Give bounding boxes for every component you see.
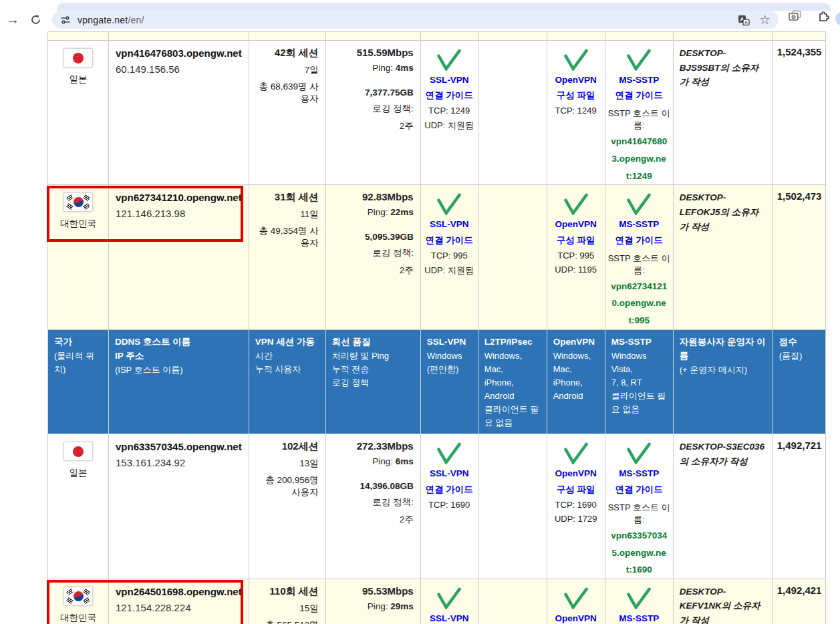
translate-glyph: A bbox=[738, 14, 750, 26]
logging-policy-value: 2주 bbox=[333, 120, 414, 132]
ms-sstp-link[interactable]: MS-SSTP bbox=[605, 613, 673, 624]
l2tp-ipsec-cell bbox=[478, 434, 547, 579]
operator-message: DESKTOP-BJS9SBT의 소유자가 작성 bbox=[680, 46, 766, 90]
ssl-vpn-tcp-port: TCP: 1249 bbox=[421, 106, 478, 116]
openvpn-link[interactable]: OpenVPN bbox=[547, 613, 605, 624]
header-subtitle: (+ 운영자 메시지) bbox=[680, 363, 766, 377]
score-value: 1,502,473 bbox=[777, 190, 822, 202]
profile-avatar-edge[interactable] bbox=[835, 12, 840, 25]
ssl-vpn-guide-link[interactable]: 연결 가이드 bbox=[421, 90, 478, 102]
header-subtitle: 누적 사용자 bbox=[255, 363, 319, 376]
sliver-cell bbox=[478, 32, 547, 41]
ssl-vpn-udp-port: UDP: 지원됨 bbox=[421, 120, 478, 132]
ssl-vpn-link[interactable]: SSL-VPN bbox=[421, 74, 478, 86]
sstp-hostname: vpn633570345.opengw.net:1690 bbox=[605, 526, 673, 579]
header-cell-3: 회선 품질처리량 및 Ping누적 전송로깅 정책 bbox=[325, 329, 420, 434]
score-cell: 1,502,473 bbox=[773, 185, 826, 329]
openvpn-guide-link[interactable]: 구성 파일 bbox=[547, 235, 605, 247]
header-subtitle: (물리적 위치) bbox=[54, 349, 102, 376]
ms-sstp-cell: MS-SSTP연결 가이드SSTP 호스트 이름:vpn633570345.op… bbox=[605, 434, 673, 579]
openvpn-guide-link[interactable]: 구성 파일 bbox=[547, 90, 605, 102]
forward-icon[interactable]: → bbox=[3, 9, 23, 29]
ms-sstp-cell: MS-SSTP연결 가이드SSTP 호스트 이름:vpn627341210.op… bbox=[605, 185, 673, 329]
quality-cell: 92.83MbpsPing: 22ms5,095.39GB로깅 정책:2주 bbox=[325, 185, 420, 329]
check-icon bbox=[624, 442, 654, 464]
header-cell-5: L2TP/IPsecWindows, Mac,iPhone, Android클라… bbox=[478, 329, 547, 434]
address-bar[interactable]: vpngate.net/en/ A ☆ bbox=[52, 11, 779, 29]
check-icon bbox=[434, 193, 464, 215]
l2tp-ipsec-cell bbox=[478, 579, 547, 624]
quality-cell: 272.33MbpsPing: 6ms14,396.08GB로깅 정책:2주 bbox=[325, 434, 420, 579]
trigram bbox=[66, 597, 74, 604]
session-count: 42회 세션 bbox=[256, 47, 319, 59]
session-cell: 110회 세션15일총 565,513명 사용자 bbox=[249, 579, 325, 624]
ddns-hostname: vpn633570345.opengw.net bbox=[116, 441, 242, 452]
trigram bbox=[83, 194, 90, 201]
extensions-icon[interactable] bbox=[817, 9, 830, 23]
server-row: 일본vpn416476803.opengw.net60.149.156.5642… bbox=[48, 41, 826, 185]
ms-sstp-link[interactable]: MS-SSTP bbox=[605, 468, 673, 480]
header-title: MS-SSTP bbox=[611, 335, 667, 349]
browser-tab[interactable] bbox=[57, 3, 831, 11]
trigram bbox=[66, 203, 74, 210]
ssl-vpn-link[interactable]: SSL-VPN bbox=[421, 613, 478, 624]
quality-cell: 95.53MbpsPing: 29ms88,518.12GB로깅 정책:2주 bbox=[325, 579, 420, 624]
session-cell: 31회 세션11일총 49,354명 사용자 bbox=[249, 185, 325, 329]
header-title: IP 주소 bbox=[115, 349, 243, 363]
ssl-vpn-guide-link[interactable]: 연결 가이드 bbox=[421, 235, 478, 247]
check-icon bbox=[434, 587, 464, 609]
header-title: 자원봉사자 운영자 이름 bbox=[680, 335, 766, 363]
puzzle-glyph bbox=[817, 9, 830, 23]
ssl-vpn-link[interactable]: SSL-VPN bbox=[421, 218, 478, 230]
session-count: 110회 세션 bbox=[256, 585, 319, 598]
ms-sstp-cell: MS-SSTP연결 가이드SSTP 호스트 이름:vpn416476803.op… bbox=[605, 41, 673, 185]
ssl-vpn-link[interactable]: SSL-VPN bbox=[421, 468, 478, 480]
openvpn-link[interactable]: OpenVPN bbox=[547, 218, 605, 230]
ssl-vpn-guide-link[interactable]: 연결 가이드 bbox=[421, 484, 478, 496]
trigram bbox=[83, 589, 90, 595]
logging-policy-value: 2주 bbox=[333, 265, 414, 277]
ms-sstp-guide-link[interactable]: 연결 가이드 bbox=[605, 484, 673, 496]
header-title: 점수 bbox=[779, 335, 820, 349]
header-cell-2: VPN 세션 가동시간누적 사용자 bbox=[249, 329, 325, 434]
cumulative-transfer: 14,396.08GB bbox=[333, 481, 414, 491]
openvpn-link[interactable]: OpenVPN bbox=[547, 468, 605, 480]
ms-sstp-link[interactable]: MS-SSTP bbox=[605, 74, 673, 86]
sliver-cell bbox=[773, 32, 826, 41]
host-cell: vpn633570345.opengw.net153.161.234.92 bbox=[109, 434, 249, 579]
openvpn-cell: OpenVPN구성 파일TCP: 995UDP: 1195 bbox=[547, 579, 605, 624]
header-subtitle: 처리량 및 Ping bbox=[332, 349, 414, 363]
openvpn-link[interactable]: OpenVPN bbox=[547, 74, 605, 86]
ssl-vpn-tcp-port: TCP: 1690 bbox=[421, 500, 478, 510]
site-settings-icon[interactable] bbox=[60, 15, 71, 25]
ping-line: Ping: 29ms bbox=[333, 601, 414, 611]
ms-sstp-link[interactable]: MS-SSTP bbox=[605, 218, 673, 230]
uptime: 7일 bbox=[256, 64, 319, 76]
operator-cell: DESKTOP-KEFV1NK의 소유자가 작성 bbox=[673, 579, 773, 624]
logging-policy-label: 로깅 정책: bbox=[333, 496, 414, 508]
ip-address: 121.146.213.98 bbox=[116, 208, 242, 219]
header-cell-1: DDNS 호스트 이름IP 주소(ISP 호스트 이름) bbox=[109, 329, 249, 434]
sstp-host-label: SSTP 호스트 이름: bbox=[605, 253, 673, 277]
url-text[interactable]: vpngate.net/en/ bbox=[78, 15, 144, 25]
openvpn-guide-link[interactable]: 구성 파일 bbox=[547, 484, 605, 496]
score-cell: 1,492,421 bbox=[773, 579, 826, 624]
translate-icon[interactable]: A bbox=[738, 14, 750, 26]
country-label: 대한민국 bbox=[48, 612, 108, 624]
sliver-cell bbox=[249, 32, 325, 41]
openvpn-tcp-port: TCP: 1690 bbox=[547, 500, 605, 510]
ms-sstp-guide-link[interactable]: 연결 가이드 bbox=[605, 235, 673, 247]
media-gallery-icon[interactable] bbox=[787, 9, 802, 23]
header-subtitle: (편안함) bbox=[427, 363, 472, 376]
reload-glyph bbox=[30, 14, 41, 25]
reload-icon[interactable] bbox=[25, 9, 45, 29]
ms-sstp-guide-link[interactable]: 연결 가이드 bbox=[605, 90, 673, 102]
url-path: /en/ bbox=[128, 15, 144, 25]
header-subtitle: iPhone, Android bbox=[553, 376, 599, 403]
ssl-vpn-tcp-port: TCP: 995 bbox=[421, 251, 478, 261]
ping-line: Ping: 6ms bbox=[333, 456, 414, 466]
trigram bbox=[66, 194, 74, 201]
operator-message: DESKTOP-LEFOKJ5의 소유자가 작성 bbox=[680, 190, 766, 234]
ssl-vpn-cell: SSL-VPN연결 가이드TCP: 1690 bbox=[420, 434, 478, 579]
bookmark-star-icon[interactable]: ☆ bbox=[759, 13, 771, 26]
